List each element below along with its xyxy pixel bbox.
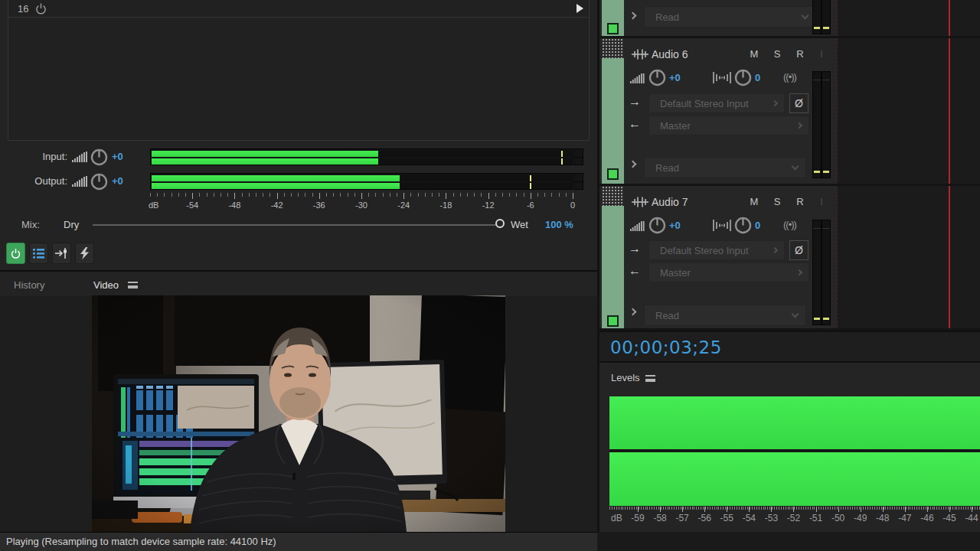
output-gain-value[interactable]: +0 bbox=[112, 175, 123, 187]
track-type-icon bbox=[632, 49, 648, 60]
phase-invert-button[interactable]: Ø bbox=[789, 93, 808, 113]
effects-slot-row[interactable]: 16 bbox=[8, 0, 589, 18]
output-clip-indicator[interactable] bbox=[573, 173, 583, 190]
levels-scale-ticks bbox=[609, 507, 980, 510]
preset-list-icon[interactable] bbox=[29, 243, 48, 264]
output-select-value: Master bbox=[660, 267, 691, 279]
mix-dry-label: Dry bbox=[64, 219, 79, 230]
automation-mode-select[interactable]: Read bbox=[644, 157, 806, 178]
audition-app: 16 Input: +0 bbox=[0, 0, 980, 551]
playhead[interactable] bbox=[949, 0, 950, 331]
chevron-right-icon bbox=[796, 269, 802, 276]
chevron-right-icon[interactable] bbox=[629, 161, 637, 168]
track-divider[interactable] bbox=[599, 36, 980, 38]
chevron-right-icon[interactable] bbox=[629, 12, 637, 20]
volume-knob[interactable] bbox=[648, 69, 666, 86]
play-preview-icon[interactable] bbox=[577, 4, 583, 13]
track-divider[interactable] bbox=[599, 328, 980, 331]
levels-scale: dB -59-58-57-56-55-54-53-52-51-50-49-48-… bbox=[609, 507, 980, 527]
status-bar: Playing (Resampling to match device samp… bbox=[0, 532, 980, 551]
chevron-right-icon bbox=[772, 247, 778, 253]
output-select[interactable]: Master bbox=[648, 262, 809, 282]
record-arm-button[interactable]: R bbox=[793, 196, 807, 207]
track-divider[interactable] bbox=[599, 184, 980, 186]
mix-slider-track[interactable] bbox=[93, 224, 497, 226]
output-gain-knob[interactable] bbox=[90, 173, 108, 191]
track-header-audio6: Audio 6 M S R I +0 bbox=[599, 38, 837, 184]
automation-mode-value: Read bbox=[655, 162, 679, 174]
record-arm-button[interactable]: R bbox=[793, 48, 807, 60]
stereo-width-icon bbox=[713, 72, 731, 83]
mix-label: Mix: bbox=[21, 219, 40, 230]
video-panel-body bbox=[0, 296, 597, 532]
slot-power-icon[interactable] bbox=[34, 2, 47, 15]
mute-button[interactable]: M bbox=[747, 48, 761, 60]
timecode-display[interactable]: 00;00;03;25 bbox=[610, 337, 722, 357]
effects-rack-panel: 16 Input: +0 bbox=[0, 0, 597, 272]
effects-rack-slot-list: 16 bbox=[8, 0, 590, 141]
pan-value[interactable]: 0 bbox=[755, 72, 760, 83]
phase-invert-button[interactable]: Ø bbox=[789, 240, 808, 260]
monitor-input-icon[interactable]: ((•)) bbox=[783, 219, 796, 230]
track-type-icon bbox=[632, 197, 648, 207]
output-meter-row: Output: +0 bbox=[0, 172, 597, 191]
video-preview[interactable] bbox=[92, 295, 505, 532]
chevron-down-icon bbox=[792, 163, 799, 171]
input-meter bbox=[150, 148, 583, 165]
mix-wet-label: Wet bbox=[511, 219, 528, 230]
timeline[interactable] bbox=[837, 0, 980, 331]
levels-right-channel bbox=[609, 452, 980, 506]
output-level-bars-icon bbox=[72, 176, 89, 187]
meter-scale-unit: dB bbox=[149, 201, 158, 210]
volume-value[interactable]: +0 bbox=[669, 72, 681, 83]
input-clip-indicator[interactable] bbox=[573, 148, 583, 165]
status-bar-right bbox=[597, 532, 980, 551]
input-select-value: Default Stereo Input bbox=[660, 245, 749, 256]
multitrack-panel: Read bbox=[597, 0, 980, 532]
volume-knob[interactable] bbox=[648, 217, 666, 234]
track-name[interactable]: Audio 6 bbox=[652, 48, 688, 60]
route-to-fader-icon[interactable] bbox=[52, 243, 71, 264]
mix-slider-handle[interactable] bbox=[495, 219, 505, 228]
automation-mode-select[interactable]: Read bbox=[644, 6, 816, 28]
history-video-panel: History Video bbox=[0, 272, 597, 532]
track-name[interactable]: Audio 7 bbox=[652, 196, 688, 208]
pan-knob[interactable] bbox=[734, 69, 752, 86]
automation-mode-value: Read bbox=[655, 11, 679, 23]
chevron-right-icon bbox=[772, 100, 778, 106]
automation-mode-select[interactable]: Read bbox=[644, 305, 806, 326]
levels-meter[interactable] bbox=[609, 396, 980, 506]
input-route-arrow-icon: → bbox=[629, 95, 641, 109]
input-gain-value[interactable]: +0 bbox=[112, 151, 123, 162]
output-select-value: Master bbox=[660, 120, 691, 132]
mix-row: Mix: Dry Wet 100 % bbox=[0, 217, 597, 233]
tab-history[interactable]: History bbox=[14, 279, 44, 291]
transport-status-text: Playing (Resampling to match device samp… bbox=[6, 536, 276, 547]
track-meter bbox=[812, 0, 831, 34]
track-header-audio7: Audio 7 M S R I +0 bbox=[599, 186, 837, 331]
input-select[interactable]: Default Stereo Input bbox=[648, 93, 785, 113]
volume-value[interactable]: +0 bbox=[669, 220, 681, 231]
input-select[interactable]: Default Stereo Input bbox=[648, 240, 785, 260]
tab-video[interactable]: Video bbox=[93, 279, 119, 291]
solo-button[interactable]: S bbox=[770, 196, 784, 207]
levels-scale-unit: dB bbox=[611, 513, 622, 523]
chevron-right-icon[interactable] bbox=[629, 308, 637, 316]
output-select[interactable]: Master bbox=[648, 116, 809, 135]
input-gain-knob[interactable] bbox=[90, 148, 108, 166]
mix-value[interactable]: 100 % bbox=[545, 219, 573, 230]
panel-menu-icon[interactable] bbox=[645, 375, 655, 382]
lightning-icon[interactable] bbox=[75, 243, 94, 264]
pan-knob[interactable] bbox=[734, 217, 752, 234]
input-monitor-button[interactable]: I bbox=[815, 196, 828, 207]
mute-button[interactable]: M bbox=[747, 196, 761, 207]
rack-power-button[interactable] bbox=[6, 243, 25, 264]
levels-left-channel bbox=[609, 396, 980, 449]
panel-menu-icon[interactable] bbox=[128, 282, 138, 289]
chevron-down-icon bbox=[802, 12, 809, 20]
monitor-input-icon[interactable]: ((•)) bbox=[783, 71, 796, 83]
pan-value[interactable]: 0 bbox=[755, 220, 760, 231]
solo-button[interactable]: S bbox=[770, 48, 784, 60]
input-monitor-button[interactable]: I bbox=[815, 48, 828, 60]
track-header-partial: Read bbox=[599, 0, 837, 36]
